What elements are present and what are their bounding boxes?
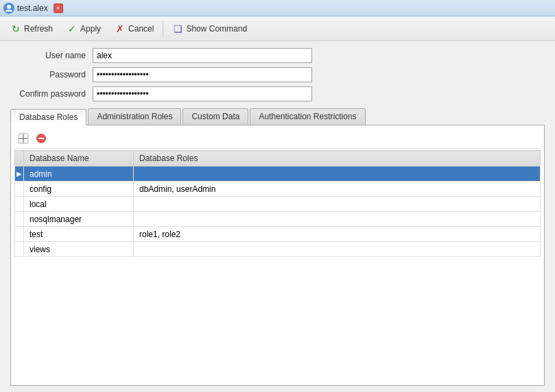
show-command-button[interactable]: ❑ Show Command [166, 21, 253, 37]
cell-db-roles [134, 167, 541, 182]
col-database-name-header: Database Name [24, 151, 134, 167]
remove-icon [36, 133, 47, 144]
row-indicator [15, 227, 24, 242]
apply-button[interactable]: ✓ Apply [60, 21, 107, 37]
cell-db-roles: role1, role2 [134, 227, 541, 242]
table-row[interactable]: views [15, 242, 541, 257]
show-command-icon: ❑ [172, 23, 183, 34]
main-content: User name Password Confirm password Data… [0, 41, 555, 392]
row-indicator [15, 182, 24, 197]
title-bar: test.alex × [0, 0, 555, 16]
cell-db-name: admin [24, 167, 134, 182]
tabs-container: Database Roles Administration Roles Cust… [10, 108, 545, 125]
add-role-button[interactable] [16, 131, 31, 146]
row-indicator: ▶ [15, 167, 24, 182]
apply-icon: ✓ [67, 23, 78, 34]
table-row[interactable]: ▶admin [15, 167, 541, 182]
password-row: Password [10, 67, 545, 82]
add-icon [18, 133, 29, 144]
cell-db-roles [134, 212, 541, 227]
confirm-password-label: Confirm password [10, 89, 93, 99]
cancel-label: Cancel [128, 24, 154, 34]
show-command-label: Show Command [186, 24, 247, 34]
close-button[interactable]: × [54, 3, 63, 13]
row-indicator [15, 212, 24, 227]
cell-db-name: config [24, 182, 134, 197]
username-row: User name [10, 48, 545, 63]
cell-db-name: test [24, 227, 134, 242]
table-row[interactable]: configdbAdmin, userAdmin [15, 182, 541, 197]
table-row[interactable]: testrole1, role2 [15, 227, 541, 242]
password-label: Password [10, 70, 93, 79]
cell-db-roles: dbAdmin, userAdmin [134, 182, 541, 197]
refresh-label: Refresh [24, 24, 53, 34]
row-indicator [15, 242, 24, 257]
col-indicator [15, 151, 24, 167]
username-label: User name [10, 51, 93, 60]
cancel-button[interactable]: ✗ Cancel [108, 21, 160, 37]
refresh-icon: ↻ [10, 23, 21, 34]
toolbar-separator [163, 21, 163, 37]
confirm-password-input[interactable] [93, 86, 312, 101]
password-input[interactable] [93, 67, 312, 82]
table-row[interactable]: local [15, 197, 541, 212]
svg-point-0 [7, 5, 11, 9]
refresh-button[interactable]: ↻ Refresh [4, 21, 59, 37]
username-input[interactable] [93, 48, 312, 63]
tab-custom-data[interactable]: Custom Data [182, 108, 248, 125]
roles-table: Database Name Database Roles ▶adminconfi… [14, 150, 541, 257]
window-title: test.alex [17, 3, 48, 13]
tab-database-roles[interactable]: Database Roles [10, 109, 86, 125]
toolbar: ↻ Refresh ✓ Apply ✗ Cancel ❑ Show Comman… [0, 16, 555, 41]
table-row[interactable]: nosqlmanager [15, 212, 541, 227]
cell-db-name: nosqlmanager [24, 212, 134, 227]
row-indicator [15, 197, 24, 212]
cell-db-name: views [24, 242, 134, 257]
confirm-password-row: Confirm password [10, 86, 545, 101]
cell-db-name: local [24, 197, 134, 212]
remove-role-button[interactable] [34, 131, 49, 146]
cell-db-roles [134, 242, 541, 257]
apply-label: Apply [80, 24, 101, 34]
tab-authentication-restrictions[interactable]: Authentication Restrictions [250, 108, 365, 125]
cell-db-roles [134, 197, 541, 212]
table-toolbar [14, 129, 541, 149]
cancel-icon: ✗ [115, 23, 126, 34]
window-icon [3, 3, 14, 14]
col-database-roles-header: Database Roles [134, 151, 541, 167]
tab-administration-roles[interactable]: Administration Roles [88, 108, 181, 125]
tab-panel-database-roles: Database Name Database Roles ▶adminconfi… [10, 125, 545, 386]
tabs-list: Database Roles Administration Roles Cust… [10, 108, 545, 125]
